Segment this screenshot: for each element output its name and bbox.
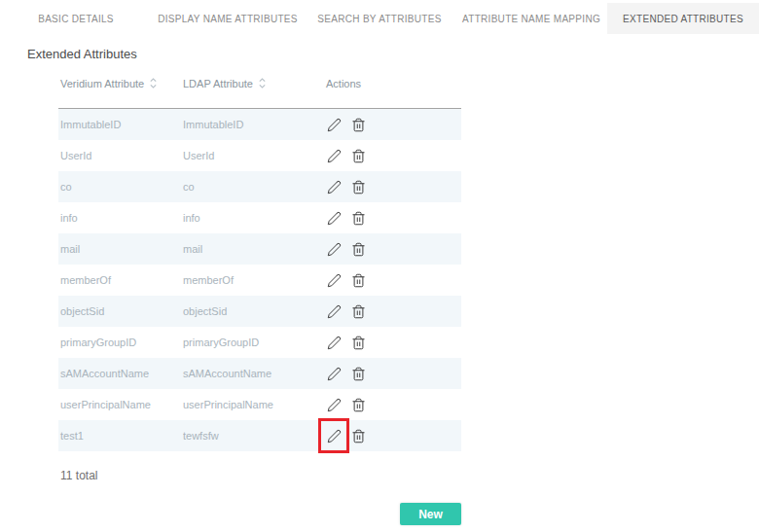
pencil-icon xyxy=(327,242,342,257)
table-row: userPrincipalName userPrincipalName xyxy=(58,389,461,420)
delete-button[interactable] xyxy=(350,272,366,288)
table-row: primaryGroupID primaryGroupID xyxy=(58,327,461,358)
delete-button[interactable] xyxy=(350,179,366,195)
ldap-attribute-cell: ImmutableID xyxy=(183,119,326,130)
trash-icon xyxy=(351,180,366,195)
delete-button[interactable] xyxy=(350,428,366,443)
veridium-attribute-cell: info xyxy=(58,212,183,224)
pencil-icon xyxy=(327,429,342,443)
edit-button[interactable] xyxy=(326,272,342,288)
trash-icon xyxy=(351,273,366,288)
edit-button[interactable] xyxy=(326,428,342,443)
veridium-attribute-cell: test1 xyxy=(58,430,183,442)
trash-icon xyxy=(351,242,366,257)
pencil-icon xyxy=(327,273,342,288)
table-row: test1 tewfsfw xyxy=(58,420,461,451)
edit-button[interactable] xyxy=(326,335,342,350)
tab-extended-attributes[interactable]: EXTENDED ATTRIBUTES xyxy=(607,3,759,34)
trash-icon xyxy=(351,149,366,163)
table-row: sAMAccountName sAMAccountName xyxy=(58,358,461,389)
tab-search-by-attributes[interactable]: SEARCH BY ATTRIBUTES xyxy=(304,3,455,34)
tab-bar: BASIC DETAILS DISPLAY NAME ATTRIBUTES SE… xyxy=(0,3,759,34)
row-actions xyxy=(326,148,461,163)
trash-icon xyxy=(351,367,366,381)
veridium-attribute-cell: userPrincipalName xyxy=(58,399,183,410)
new-button[interactable]: New xyxy=(400,503,461,525)
row-actions xyxy=(326,210,461,226)
sort-icon xyxy=(149,77,158,89)
delete-button[interactable] xyxy=(350,117,366,132)
pencil-icon xyxy=(327,367,342,381)
ldap-attribute-cell: memberOf xyxy=(183,274,326,286)
trash-icon xyxy=(351,429,366,443)
table-row: co co xyxy=(58,171,461,202)
delete-button[interactable] xyxy=(350,241,366,257)
ldap-attribute-cell: primaryGroupID xyxy=(183,337,326,348)
column-header-label: Veridium Attribute xyxy=(60,78,144,89)
total-count-label: 11 total xyxy=(60,469,759,482)
table-row: UserId UserId xyxy=(58,140,461,171)
row-actions xyxy=(326,241,461,257)
column-header-label: LDAP Attribute xyxy=(183,78,253,89)
column-header-veridium-attribute[interactable]: Veridium Attribute xyxy=(58,77,183,89)
table-header-row: Veridium Attribute LDAP Attribute Action… xyxy=(58,77,461,108)
column-header-ldap-attribute[interactable]: LDAP Attribute xyxy=(183,77,326,89)
trash-icon xyxy=(351,118,366,132)
sort-icon xyxy=(258,77,267,89)
pencil-icon xyxy=(327,211,342,226)
footer-actions: New xyxy=(58,503,461,525)
pencil-icon xyxy=(327,304,342,319)
veridium-attribute-cell: sAMAccountName xyxy=(58,368,183,379)
edit-button[interactable] xyxy=(326,303,342,319)
edit-button[interactable] xyxy=(326,397,342,412)
table-row: ImmutableID ImmutableID xyxy=(58,109,461,140)
edit-button[interactable] xyxy=(326,241,342,257)
tab-attribute-name-mapping[interactable]: ATTRIBUTE NAME MAPPING xyxy=(455,3,607,34)
pencil-icon xyxy=(327,149,342,163)
veridium-attribute-cell: ImmutableID xyxy=(58,119,183,130)
pencil-icon xyxy=(327,180,342,195)
row-actions xyxy=(326,179,461,195)
row-actions xyxy=(326,428,461,443)
edit-button[interactable] xyxy=(326,366,342,381)
ldap-attribute-cell: sAMAccountName xyxy=(183,368,326,379)
tab-basic-details[interactable]: BASIC DETAILS xyxy=(0,3,152,34)
row-actions xyxy=(326,366,461,381)
row-actions xyxy=(326,117,461,132)
pencil-icon xyxy=(327,398,342,412)
column-header-actions: Actions xyxy=(326,78,461,89)
delete-button[interactable] xyxy=(350,303,366,319)
column-header-label: Actions xyxy=(326,78,361,89)
row-actions xyxy=(326,303,461,319)
veridium-attribute-cell: co xyxy=(58,181,183,193)
page-title: Extended Attributes xyxy=(27,47,759,61)
table-body: ImmutableID ImmutableID UserId UserId xyxy=(58,108,461,451)
row-actions xyxy=(326,397,461,412)
edit-button[interactable] xyxy=(326,148,342,163)
delete-button[interactable] xyxy=(350,397,366,412)
ldap-attribute-cell: UserId xyxy=(183,150,326,161)
delete-button[interactable] xyxy=(350,335,366,350)
veridium-attribute-cell: objectSid xyxy=(58,305,183,317)
ldap-attribute-cell: info xyxy=(183,212,326,224)
table-row: objectSid objectSid xyxy=(58,296,461,327)
ldap-attribute-cell: userPrincipalName xyxy=(183,399,326,410)
edit-button[interactable] xyxy=(326,210,342,226)
ldap-attribute-cell: mail xyxy=(183,243,326,255)
table-row: mail mail xyxy=(58,233,461,265)
ldap-attribute-cell: co xyxy=(183,181,326,193)
table-row: memberOf memberOf xyxy=(58,265,461,296)
pencil-icon xyxy=(327,118,342,132)
edit-button[interactable] xyxy=(326,117,342,132)
row-actions xyxy=(326,335,461,350)
tab-display-name-attributes[interactable]: DISPLAY NAME ATTRIBUTES xyxy=(152,3,304,34)
edit-button[interactable] xyxy=(326,179,342,195)
veridium-attribute-cell: memberOf xyxy=(58,274,183,286)
delete-button[interactable] xyxy=(350,366,366,381)
veridium-attribute-cell: UserId xyxy=(58,150,183,161)
trash-icon xyxy=(351,211,366,226)
delete-button[interactable] xyxy=(350,148,366,163)
veridium-attribute-cell: mail xyxy=(58,243,183,255)
row-actions xyxy=(326,272,461,288)
delete-button[interactable] xyxy=(350,210,366,226)
